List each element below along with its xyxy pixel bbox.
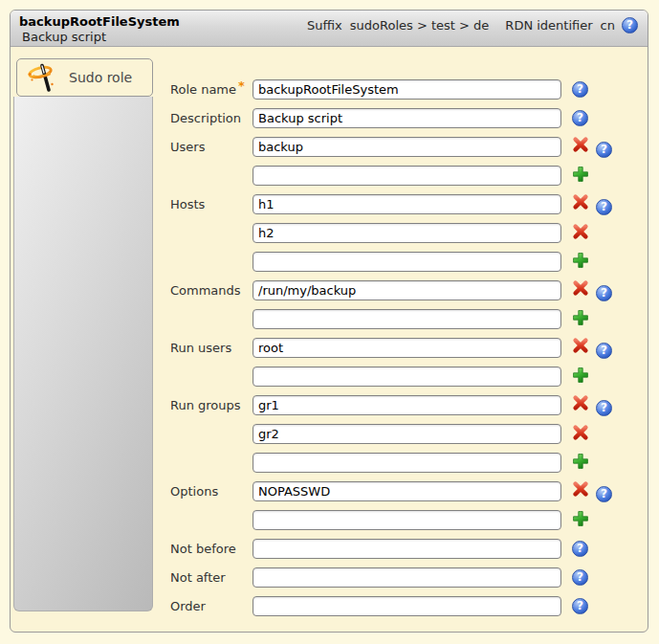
suffix-value: sudoRoles > test > de	[350, 18, 490, 33]
title-block: backupRootFileSystem Backup script	[19, 14, 180, 45]
tab-label: Sudo role	[69, 70, 132, 85]
field-row: Not after ?	[170, 563, 648, 591]
row-actions	[561, 424, 589, 444]
field-row: Hosts ?	[170, 189, 648, 218]
help-icon[interactable]: ?	[572, 541, 588, 557]
field-label: Order	[170, 599, 253, 613]
field-row	[170, 505, 648, 534]
help-icon[interactable]: ?	[572, 81, 588, 98]
add-icon[interactable]	[572, 453, 589, 470]
help-icon[interactable]: ?	[596, 142, 612, 158]
field-label: Role name*	[170, 82, 253, 97]
commands-1-input[interactable]	[253, 280, 561, 300]
delete-icon[interactable]	[572, 424, 589, 441]
row-actions	[561, 309, 589, 329]
description-input[interactable]	[253, 108, 561, 128]
help-icon[interactable]: ?	[572, 110, 588, 126]
hosts-new-input[interactable]	[253, 252, 561, 272]
row-actions: ?	[561, 279, 612, 301]
field-label: Options	[170, 484, 253, 499]
field-row	[170, 419, 648, 448]
field-row	[170, 161, 648, 189]
field-row	[170, 304, 648, 333]
field-label: Not after	[170, 570, 253, 585]
add-icon[interactable]	[572, 166, 589, 183]
suffix-label: Suffix	[307, 18, 342, 33]
commands-new-input[interactable]	[253, 309, 561, 329]
rdn-identifier-label: RDN identifier	[505, 18, 592, 33]
help-icon[interactable]: ?	[596, 199, 612, 215]
options-new-input[interactable]	[253, 510, 561, 530]
help-icon[interactable]: ?	[596, 343, 612, 359]
run-groups-new-input[interactable]	[253, 453, 561, 473]
row-actions: ?	[561, 480, 612, 502]
page-title: backupRootFileSystem	[19, 14, 180, 30]
delete-icon[interactable]	[572, 193, 589, 211]
hosts-2-input[interactable]	[253, 223, 561, 243]
not-after-input[interactable]	[253, 567, 561, 588]
row-actions: ?	[561, 136, 612, 158]
run-groups-2-input[interactable]	[253, 424, 561, 444]
tab-sudo-role[interactable]: Sudo role	[16, 58, 153, 97]
run-users-new-input[interactable]	[253, 366, 561, 387]
field-label: Commands	[170, 283, 253, 298]
add-icon[interactable]	[572, 252, 589, 269]
delete-icon[interactable]	[572, 480, 589, 498]
rdn-group: RDN identifiercn	[505, 18, 615, 33]
main-panel: backupRootFileSystem Backup script Suffi…	[10, 10, 648, 633]
delete-icon[interactable]	[572, 337, 589, 354]
sudo-role-form: Role name* ? Description ? Users ? Hosts	[153, 47, 648, 632]
required-marker: *	[238, 78, 245, 93]
field-label: Not before	[170, 542, 253, 556]
not-before-input[interactable]	[253, 539, 561, 559]
help-icon[interactable]: ?	[596, 400, 612, 416]
row-actions	[561, 510, 589, 530]
options-1-input[interactable]	[253, 481, 561, 501]
help-icon[interactable]: ?	[572, 569, 588, 586]
row-actions: ?	[561, 541, 588, 557]
field-label: Run users	[170, 341, 253, 355]
help-icon[interactable]: ?	[596, 285, 612, 301]
field-label: Run groups	[170, 398, 253, 412]
add-icon[interactable]	[572, 366, 589, 384]
row-actions	[561, 252, 589, 272]
run-users-1-input[interactable]	[253, 338, 561, 358]
field-row	[170, 448, 648, 477]
delete-icon[interactable]	[572, 223, 589, 240]
field-row	[170, 362, 648, 390]
hosts-1-input[interactable]	[253, 194, 561, 214]
field-row: Description ?	[170, 103, 648, 132]
help-icon[interactable]: ?	[596, 486, 612, 502]
rdn-identifier-value: cn	[601, 18, 615, 33]
row-actions: ?	[561, 598, 588, 614]
title-bar-meta: SuffixsudoRoles > test > de RDN identifi…	[307, 15, 638, 34]
order-input[interactable]	[253, 596, 561, 616]
help-icon[interactable]: ?	[622, 17, 638, 33]
users-new-input[interactable]	[253, 166, 561, 186]
users-1-input[interactable]	[253, 137, 561, 157]
field-label: Description	[170, 111, 253, 125]
delete-icon[interactable]	[572, 279, 589, 297]
add-icon[interactable]	[572, 309, 589, 326]
row-actions: ?	[561, 337, 612, 359]
suffix-group: SuffixsudoRoles > test > de	[307, 18, 489, 33]
content-area: Sudo role Role name* ? Description ? Use…	[11, 47, 648, 632]
field-row: Run groups ?	[170, 390, 648, 419]
field-row: Run users ?	[170, 333, 648, 362]
row-actions: ?	[561, 81, 588, 98]
field-row: Commands ?	[170, 276, 648, 304]
run-groups-1-input[interactable]	[253, 395, 561, 415]
role-name-input[interactable]	[253, 79, 561, 100]
field-label: Users	[170, 140, 253, 154]
add-icon[interactable]	[572, 510, 589, 527]
title-bar: backupRootFileSystem Backup script Suffi…	[11, 11, 648, 47]
sidebar-body	[13, 97, 153, 611]
row-actions	[561, 223, 589, 243]
delete-icon[interactable]	[572, 136, 589, 153]
help-icon[interactable]: ?	[572, 598, 588, 614]
field-row: Role name* ?	[170, 75, 648, 103]
delete-icon[interactable]	[572, 394, 589, 411]
field-label: Hosts	[170, 197, 253, 211]
row-actions: ?	[561, 193, 612, 215]
row-actions: ?	[561, 110, 588, 126]
